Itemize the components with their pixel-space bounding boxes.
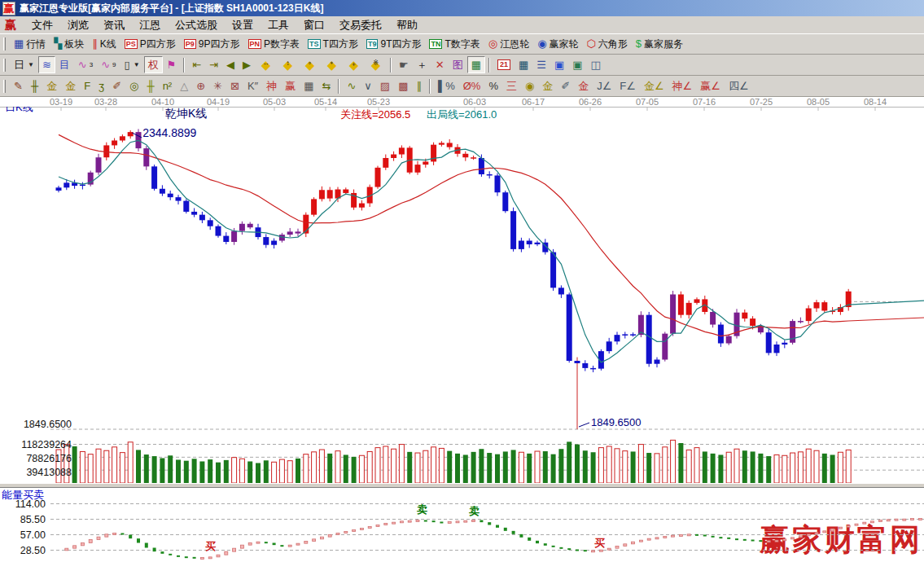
nav-zoom-reset[interactable]: ◆∘ (299, 56, 321, 73)
nav-info-board[interactable]: 目 (55, 56, 74, 73)
draw-grid-lines[interactable]: ╫ (27, 77, 42, 94)
draw-pen-tool[interactable]: ✎ (10, 77, 27, 94)
draw-gold-section-1[interactable]: 金 (42, 77, 61, 94)
draw-gann-fan-center[interactable]: ⊕ (192, 77, 209, 94)
draw-check-wave[interactable]: ∨ (360, 77, 376, 94)
nav-zoom-horizontal[interactable]: ◆↔ (255, 56, 277, 73)
draw-j-angle[interactable]: J∠ (593, 77, 615, 94)
draw-gann-box[interactable]: ⊠ (226, 77, 243, 94)
toolbar-button-9t-square[interactable]: T99T四方形 (362, 36, 426, 53)
draw-f-angle[interactable]: F∠ (615, 77, 640, 94)
nav-flag-marker[interactable]: ⚑ (163, 56, 181, 73)
draw-shen-angle[interactable]: 神∠ (668, 77, 697, 94)
menu-item-工具[interactable]: 工具 (261, 16, 296, 34)
draw-shift-tool[interactable]: ⇆ (318, 77, 335, 94)
draw-win-tool[interactable]: 赢 (281, 77, 300, 94)
nav-last-page[interactable]: ⇥ (205, 56, 222, 73)
toolbar-button-9p-square[interactable]: P99P四方形 (180, 36, 244, 53)
toolbar-grip[interactable] (3, 37, 6, 50)
toolbar-button-p-square[interactable]: PSP四方形 (120, 36, 180, 53)
menu-item-窗口[interactable]: 窗口 (296, 16, 332, 34)
toolbar-grip[interactable] (3, 80, 6, 93)
nav-calendar[interactable]: 21 (493, 56, 515, 73)
draw-gold-red[interactable]: 金 (574, 77, 593, 94)
draw-gold-line[interactable]: 金 (538, 77, 557, 94)
draw-time-grid[interactable]: ╫ (142, 77, 158, 94)
draw-pencil[interactable]: ✐ (108, 77, 125, 94)
nav-calculator[interactable]: ▦ (515, 56, 532, 73)
nav-page-left[interactable]: ◀ (222, 56, 239, 73)
toolbar-grip[interactable] (3, 59, 6, 72)
draw-mark-pen[interactable]: ✐ (557, 77, 574, 94)
nav-export[interactable]: ◫ (587, 56, 605, 73)
toolbar-button-t-table[interactable]: TNT数字表 (425, 36, 484, 53)
draw-gold-angle[interactable]: 金∠ (640, 77, 668, 94)
nav-wave-view[interactable]: ≋ (38, 56, 55, 73)
draw-hatch-grid[interactable]: ▨ (376, 77, 394, 94)
9p-square-icon: P9 (184, 39, 196, 49)
draw-percent[interactable]: % (484, 77, 502, 94)
draw-dense-grid[interactable]: ▩ (394, 77, 412, 94)
draw-shen-tool[interactable]: 神 (262, 77, 281, 94)
candle-style-icon: ▯ (125, 59, 130, 71)
draw-triangle-tool[interactable]: △ (176, 77, 192, 94)
draw-star-rays[interactable]: ✳ (209, 77, 226, 94)
draw-three-levels[interactable]: 三 (502, 77, 521, 94)
menu-item-文件[interactable]: 文件 (24, 16, 60, 34)
menu-item-浏览[interactable]: 浏览 (60, 16, 96, 34)
menu-item-设置[interactable]: 设置 (225, 16, 261, 34)
zoom-vertical-icon: ◆↕ (281, 58, 295, 72)
toolbar-button-sectors[interactable]: ▚板块 (50, 36, 88, 53)
toolbar-separator (488, 58, 490, 72)
draw-square-numbers[interactable]: n² (159, 77, 177, 94)
draw-spiral[interactable]: ʒ (94, 77, 108, 94)
nav-notes[interactable]: ☰ (532, 56, 550, 73)
draw-percent-bar[interactable]: ▌% (434, 77, 459, 94)
menu-item-资讯[interactable]: 资讯 (96, 16, 132, 34)
nav-zigzag-9[interactable]: ∿9 (97, 56, 120, 73)
draw-win-angle[interactable]: 赢∠ (696, 77, 725, 94)
draw-percent-circle[interactable]: Ø% (459, 77, 485, 94)
nav-delete-line[interactable]: ✕ (431, 56, 449, 73)
nav-candle-style[interactable]: ▯▼ (120, 56, 144, 73)
toolbar-button-winner-wheel[interactable]: ◉赢家轮 (533, 36, 582, 53)
menu-item-帮助[interactable]: 帮助 (389, 16, 425, 34)
nav-zoom-fit[interactable]: ◆＊ (321, 56, 343, 73)
toolbar-button-kline[interactable]: ∥K线 (88, 36, 120, 53)
draw-four-angle[interactable]: 四∠ (725, 77, 753, 94)
draw-gold-section-2[interactable]: 金 (61, 77, 80, 94)
menu-item-江恩[interactable]: 江恩 (132, 16, 168, 34)
nav-graph-window[interactable]: 图 (449, 56, 467, 73)
nav-grid-toggle[interactable]: ▦ (467, 56, 485, 73)
nav-save[interactable]: ▣ (550, 56, 568, 73)
menu-item-公式选股[interactable]: 公式选股 (168, 16, 225, 34)
nav-save-web[interactable]: ▣ (568, 56, 586, 73)
draw-fibonacci[interactable]: F (80, 77, 94, 94)
nav-zoom-in[interactable]: ◆＋ (343, 56, 365, 73)
draw-wave-tool[interactable]: ∿ (343, 77, 360, 94)
pane-splitter[interactable] (0, 483, 924, 488)
draw-matrix-tool[interactable]: ▦ (300, 77, 317, 94)
nav-rights-adjust[interactable]: 权 (144, 56, 163, 73)
draw-gold-circle[interactable]: ◉ (521, 77, 538, 94)
nav-first-page[interactable]: ⇤ (188, 56, 205, 73)
nav-zoom-all[interactable]: ◆※ (365, 56, 387, 73)
nav-hand-tool[interactable]: ☛ (395, 56, 413, 73)
date-label-05-14: 05-14 (314, 97, 337, 107)
toolbar-button-quotes[interactable]: ▦行情 (10, 36, 50, 53)
nav-zoom-vertical[interactable]: ◆↕ (277, 56, 299, 73)
toolbar-button-p-table[interactable]: PNP数字表 (244, 36, 304, 53)
nav-zigzag-3[interactable]: ∿3 (74, 56, 97, 73)
nav-period-day[interactable]: 日▼ (10, 56, 38, 73)
nav-crosshair-tool[interactable]: ＋ (413, 56, 431, 73)
menu-item-交易委托[interactable]: 交易委托 (332, 16, 389, 34)
toolbar-button-label: 9T四方形 (380, 37, 421, 51)
toolbar-button-gann-wheel[interactable]: ◎江恩轮 (484, 36, 533, 53)
draw-circle-tool[interactable]: ◎ (125, 77, 142, 94)
toolbar-button-t-square[interactable]: TST四方形 (304, 36, 362, 53)
nav-page-right[interactable]: ▶ (239, 56, 255, 73)
toolbar-button-winner-service[interactable]: $赢家服务 (632, 36, 687, 53)
toolbar-button-hexagon[interactable]: ⬡六角形 (583, 36, 632, 53)
draw-k-marks[interactable]: K″ (243, 77, 262, 94)
draw-parallel-lines[interactable]: ∥ (412, 77, 426, 94)
